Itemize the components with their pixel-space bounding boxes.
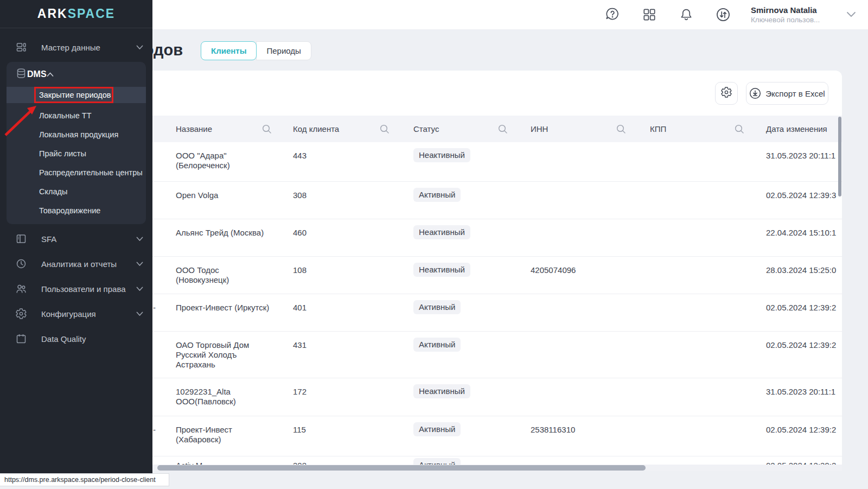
view-tabs: КлиентыПериоды — [201, 41, 311, 60]
sidebar-item-label: Пользователи и права — [41, 284, 136, 294]
sidebar-subitem-label: Локальные ТТ — [39, 111, 92, 120]
modified-date: 22.04.2024 15:10:1 — [766, 228, 840, 238]
client-name: ООО "Адара" (Белореченск) — [176, 151, 272, 170]
status-badge: Неактивный — [413, 148, 470, 162]
sidebar-item-label: DMS — [27, 69, 47, 79]
sidebar-item-label: Мастер данные — [41, 43, 136, 52]
chevron-down-icon — [136, 312, 144, 316]
sidebar-item-label: Конфигурация — [41, 309, 136, 319]
user-name: Smirnova Natalia — [751, 5, 832, 15]
sidebar-subitem-6[interactable]: Товародвижение — [7, 201, 146, 220]
apps-grid-icon[interactable] — [640, 5, 659, 24]
sidebar-subitem-label: Прайс листы — [39, 149, 86, 158]
status-cell: Активный — [413, 300, 461, 314]
tab-clients[interactable]: Клиенты — [201, 41, 257, 60]
client-inn: 4205074096 — [531, 265, 576, 275]
status-cell: Активный — [413, 188, 461, 202]
sidebar-subitem-3[interactable]: Прайс листы — [7, 144, 146, 163]
search-icon[interactable] — [261, 123, 273, 135]
table-row[interactable]: ОАО Торговый Дом Русский Холодъ Астрахан… — [140, 331, 842, 378]
modified-date: 02.05.2024 12:39:2 — [766, 303, 840, 313]
sidebar-item-sfa[interactable]: SFA — [0, 226, 152, 251]
table-row[interactable]: 10292231_Alta ООО(Павловск)172Неактивный… — [140, 378, 842, 416]
status-badge: Неактивный — [413, 384, 470, 398]
table-row[interactable]: ООО "Адара" (Белореченск)443Неактивный31… — [140, 142, 842, 181]
sidebar-subitem-period-close[interactable]: Закрытие периодов — [7, 87, 146, 103]
calendar-icon — [15, 333, 28, 345]
sync-arrows-icon[interactable] — [714, 5, 732, 24]
app-screen: Smirnova Natalia Ключевой пользов... Зак… — [0, 0, 868, 489]
table-row[interactable]: -Проект-Инвест (Хабаровск)115Активный253… — [140, 416, 842, 456]
client-name: Альянс Трейд (Москва) — [176, 228, 264, 238]
export-excel-button[interactable]: Экспорт в Excel — [746, 82, 828, 105]
table-row[interactable]: -Проект-Инвест (Иркутск)401Активный02.05… — [140, 294, 842, 331]
column-header-4: ИНН — [531, 116, 548, 142]
client-inn: 2538116310 — [531, 425, 575, 435]
sidebar-subitem-1[interactable]: Локальные ТТ — [7, 106, 146, 125]
download-icon — [749, 87, 761, 99]
table-body: ООО "Адара" (Белореченск)443Неактивный31… — [140, 142, 842, 471]
status-cell: Неактивный — [413, 225, 470, 239]
help-icon[interactable] — [603, 5, 622, 24]
sidebar-item-users-rights[interactable]: Пользователи и права — [0, 276, 152, 301]
horizontal-scrollbar-track — [140, 465, 842, 471]
sidebar-item-dms[interactable]: DMS — [7, 62, 146, 87]
table-row[interactable]: ООО Тодос (Новокузнецк)108Неактивный4205… — [140, 256, 842, 294]
table-header: НазваниеКод клиентаСтатусИННКППДата изме… — [140, 116, 842, 142]
table-row[interactable]: Open Volga308Активный02.05.2024 12:39:3 — [140, 181, 842, 219]
chevron-down-icon — [136, 45, 144, 50]
client-code: 308 — [293, 190, 307, 200]
arkspace-logo[interactable]: ARKSPACE — [0, 0, 152, 28]
sidebar-subitem-label: Локальная продукция — [39, 130, 118, 139]
sidebar-subitem-2[interactable]: Локальная продукция — [7, 125, 146, 144]
sidebar-subitem-5[interactable]: Склады — [7, 182, 146, 201]
table-row[interactable]: Альянс Трейд (Москва)460Неактивный22.04.… — [140, 219, 842, 256]
layout-icon — [15, 233, 28, 245]
users-icon — [15, 283, 28, 295]
logo-ark: ARK — [37, 7, 68, 21]
column-header-5: КПП — [650, 116, 666, 142]
search-icon[interactable] — [615, 123, 627, 135]
horizontal-scrollbar[interactable] — [157, 465, 646, 471]
sidebar-group-dms: DMSЗакрытие периодовЛокальные ТТЛокальна… — [7, 62, 146, 224]
sidebar-item-master-data[interactable]: Мастер данные — [0, 35, 152, 60]
status-badge: Активный — [413, 300, 461, 314]
column-header-3: Статус — [413, 116, 439, 142]
user-menu-chevron-icon — [846, 10, 856, 20]
tab-periods[interactable]: Периоды — [256, 41, 311, 60]
sidebar-item-data-quality[interactable]: Data Quality — [0, 326, 152, 351]
vertical-scrollbar[interactable] — [838, 117, 841, 196]
table-settings-button[interactable] — [715, 82, 738, 105]
status-badge: Неактивный — [413, 225, 470, 239]
client-code: 115 — [293, 425, 306, 435]
client-name: Проект-Инвест (Хабаровск) — [176, 425, 272, 444]
sidebar-item-configuration[interactable]: Конфигурация — [0, 301, 152, 326]
sidebar-subitem-label: Закрытие периодов — [39, 91, 111, 99]
content-card: Экспорт в Excel НазваниеКод клиентаСтату… — [140, 71, 842, 471]
user-menu[interactable]: Smirnova Natalia Ключевой пользов... — [751, 5, 858, 24]
chevron-up-icon — [47, 69, 54, 79]
sidebar-subitem-label: Товародвижение — [39, 206, 100, 215]
column-header-2: Код клиента — [293, 116, 339, 142]
client-code: 431 — [293, 340, 307, 350]
notifications-bell-icon[interactable] — [677, 5, 695, 24]
status-cell: Неактивный — [413, 384, 470, 398]
gear-icon — [15, 308, 28, 320]
status-badge: Неактивный — [413, 263, 470, 277]
sidebar-subitem-label: Склады — [39, 187, 67, 196]
search-icon[interactable] — [733, 123, 745, 135]
client-code: 401 — [293, 303, 307, 313]
sidebar: ARKSPACE Мастер данныеDMSЗакрытие период… — [0, 0, 152, 474]
column-header-1: Название — [176, 116, 212, 142]
sidebar-item-analytics[interactable]: Аналитика и отчеты — [0, 251, 152, 276]
search-icon[interactable] — [379, 123, 391, 135]
search-icon[interactable] — [497, 123, 509, 135]
user-role: Ключевой пользов... — [751, 15, 832, 24]
modified-date: 31.05.2023 20:11:1 — [766, 387, 840, 397]
chevron-down-icon — [136, 287, 144, 291]
client-name: Проект-Инвест (Иркутск) — [176, 303, 269, 313]
sidebar-subitem-4[interactable]: Распределительные центры — [7, 163, 146, 182]
client-code: 460 — [293, 228, 307, 238]
client-name: 10292231_Alta ООО(Павловск) — [176, 387, 272, 407]
chevron-down-icon — [136, 237, 144, 242]
